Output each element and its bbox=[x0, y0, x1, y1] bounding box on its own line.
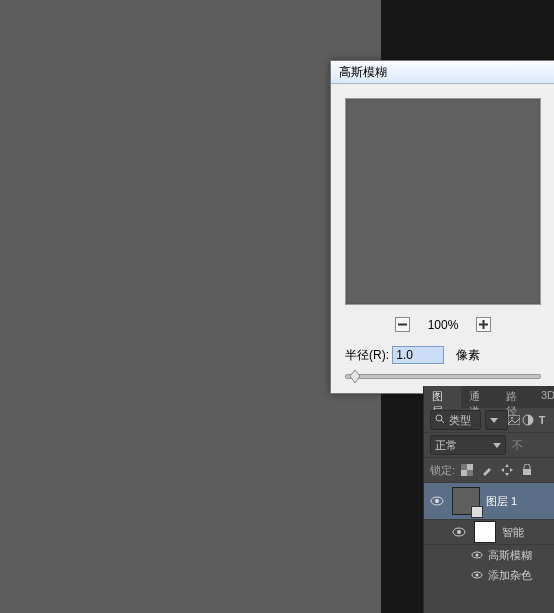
lock-transparent-icon[interactable] bbox=[459, 462, 475, 478]
kind-select[interactable]: 类型 bbox=[430, 410, 481, 430]
svg-point-22 bbox=[476, 574, 479, 577]
layer-name[interactable]: 图层 1 bbox=[486, 494, 517, 509]
svg-marker-10 bbox=[493, 443, 501, 448]
filter-name: 高斯模糊 bbox=[488, 548, 532, 563]
lock-all-icon[interactable] bbox=[519, 462, 535, 478]
filter-image-icon[interactable] bbox=[508, 412, 522, 428]
radius-slider[interactable] bbox=[345, 374, 541, 379]
svg-rect-0 bbox=[398, 324, 407, 326]
chevron-down-icon bbox=[493, 439, 501, 451]
filter-name: 添加杂色 bbox=[488, 568, 532, 583]
visibility-eye-icon[interactable] bbox=[470, 551, 484, 559]
tab-layers[interactable]: 图层 bbox=[424, 386, 461, 408]
zoom-in-button[interactable] bbox=[476, 317, 491, 332]
panel-tabs: 图层 通道 路径 3D bbox=[424, 386, 554, 408]
filter-text-icon[interactable]: T bbox=[535, 412, 549, 428]
lock-row: 锁定: bbox=[424, 458, 554, 483]
tab-3d[interactable]: 3D bbox=[535, 386, 554, 408]
gaussian-blur-dialog: 高斯模糊 100% 半径(R): 像素 bbox=[330, 60, 554, 394]
zoom-percent: 100% bbox=[413, 318, 473, 332]
blend-row: 正常 不 bbox=[424, 433, 554, 458]
svg-point-8 bbox=[511, 417, 513, 419]
radius-label: 半径(R): bbox=[345, 348, 389, 362]
svg-point-20 bbox=[476, 554, 479, 557]
filter-adjust-icon[interactable] bbox=[521, 412, 535, 428]
visibility-eye-icon[interactable] bbox=[450, 523, 468, 541]
canvas-area[interactable] bbox=[0, 0, 381, 613]
dialog-titlebar[interactable]: 高斯模糊 bbox=[331, 61, 554, 84]
opacity-label: 不 bbox=[512, 438, 523, 453]
svg-rect-14 bbox=[523, 469, 531, 475]
slider-thumb-icon[interactable] bbox=[350, 370, 360, 383]
smart-filters-item[interactable]: 智能 bbox=[424, 520, 554, 545]
visibility-eye-icon[interactable] bbox=[470, 571, 484, 579]
lock-brush-icon[interactable] bbox=[479, 462, 495, 478]
filter-line-gaussian[interactable]: 高斯模糊 bbox=[424, 545, 554, 565]
smart-object-icon bbox=[471, 506, 483, 518]
kind-dropdown[interactable] bbox=[485, 410, 507, 430]
svg-point-16 bbox=[435, 499, 439, 503]
svg-rect-2 bbox=[483, 320, 485, 329]
dialog-title: 高斯模糊 bbox=[339, 65, 387, 79]
tab-channels[interactable]: 通道 bbox=[461, 386, 498, 408]
zoom-out-button[interactable] bbox=[395, 317, 410, 332]
filter-kind-row: 类型 T bbox=[424, 408, 554, 433]
blend-mode-select[interactable]: 正常 bbox=[430, 435, 506, 455]
svg-marker-6 bbox=[490, 418, 498, 423]
lock-label: 锁定: bbox=[430, 463, 455, 478]
radius-unit: 像素 bbox=[456, 348, 480, 362]
svg-rect-13 bbox=[467, 470, 473, 476]
radius-input[interactable] bbox=[392, 346, 444, 364]
filter-mask-thumbnail[interactable] bbox=[474, 521, 496, 543]
lock-move-icon[interactable] bbox=[499, 462, 515, 478]
svg-line-5 bbox=[441, 420, 444, 423]
filter-preview[interactable] bbox=[345, 98, 541, 305]
layers-panel: 图层 通道 路径 3D 类型 T 正常 不 锁定: 图层 1 bbox=[423, 386, 554, 613]
visibility-eye-icon[interactable] bbox=[428, 492, 446, 510]
search-icon bbox=[435, 414, 445, 426]
svg-rect-12 bbox=[461, 464, 467, 470]
filter-line-addnoise[interactable]: 添加杂色 bbox=[424, 565, 554, 585]
svg-marker-3 bbox=[350, 370, 360, 383]
layer-thumbnail[interactable] bbox=[452, 487, 480, 515]
layer-item[interactable]: 图层 1 bbox=[424, 483, 554, 520]
svg-point-18 bbox=[457, 530, 461, 534]
tab-paths[interactable]: 路径 bbox=[498, 386, 535, 408]
smart-filters-label: 智能 bbox=[502, 525, 524, 540]
